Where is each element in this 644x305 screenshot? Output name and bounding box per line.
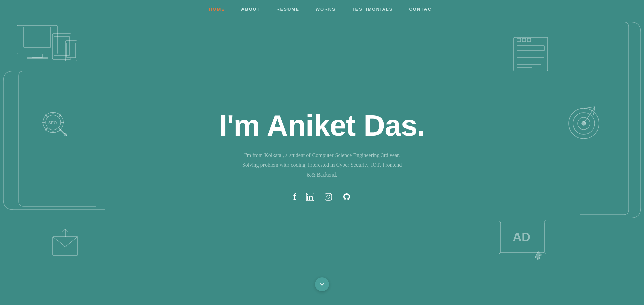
- svg-rect-8: [52, 34, 71, 59]
- target-icon: [566, 105, 603, 142]
- scroll-down-button[interactable]: [315, 277, 329, 291]
- computers-icon: [15, 22, 79, 69]
- svg-point-53: [307, 194, 308, 195]
- hero-title: I'm Aniket Das.: [219, 110, 425, 141]
- svg-rect-52: [307, 196, 308, 200]
- nav-contact[interactable]: CONTACT: [409, 7, 435, 12]
- webpage-icon: [512, 36, 549, 73]
- svg-rect-33: [527, 38, 531, 42]
- svg-line-20: [45, 115, 47, 117]
- svg-rect-54: [325, 193, 332, 200]
- svg-rect-6: [32, 54, 42, 57]
- nav-about[interactable]: ABOUT: [241, 7, 260, 12]
- svg-point-56: [330, 195, 331, 195]
- bottom-right-decoration: [539, 291, 637, 296]
- seo-icon: SEO: [39, 108, 73, 142]
- nav-home[interactable]: HOME: [209, 7, 225, 12]
- svg-rect-5: [24, 27, 51, 47]
- bottom-left-decoration: [7, 291, 105, 296]
- svg-rect-7: [27, 57, 47, 59]
- svg-rect-34: [517, 46, 544, 51]
- nav-resume[interactable]: RESUME: [276, 7, 299, 12]
- github-link[interactable]: [343, 193, 351, 201]
- linkedin-link[interactable]: [306, 193, 314, 201]
- social-links: f: [293, 192, 351, 202]
- svg-text:AD: AD: [513, 230, 530, 244]
- email-icon: [50, 227, 80, 258]
- ad-icon: AD: [499, 220, 553, 261]
- svg-line-23: [45, 128, 47, 130]
- svg-point-55: [327, 195, 330, 198]
- hero-section: HOME ABOUT RESUME WORKS TESTIMONIALS CON…: [0, 0, 644, 305]
- subtitle-part1: I'm from Kolkata , a student of Computer…: [244, 152, 400, 158]
- hero-subtitle: I'm from Kolkata , a student of Computer…: [242, 150, 402, 180]
- svg-line-44: [584, 107, 595, 108]
- hero-content: I'm Aniket Das. I'm from Kolkata , a stu…: [219, 110, 425, 202]
- svg-rect-9: [54, 36, 69, 56]
- svg-rect-4: [17, 25, 58, 54]
- svg-text:SEO: SEO: [48, 121, 57, 125]
- subtitle-part3: && Backend.: [307, 172, 337, 178]
- nav-works[interactable]: WORKS: [316, 7, 336, 12]
- svg-line-22: [59, 115, 61, 117]
- main-nav: HOME ABOUT RESUME WORKS TESTIMONIALS CON…: [0, 0, 644, 18]
- subtitle-part2: Solving problem with coding, interested …: [242, 162, 402, 168]
- svg-line-25: [60, 130, 67, 136]
- facebook-link[interactable]: f: [293, 192, 296, 202]
- svg-rect-32: [522, 38, 526, 42]
- svg-rect-31: [517, 38, 521, 42]
- nav-testimonials[interactable]: TESTIMONIALS: [352, 7, 393, 12]
- instagram-link[interactable]: [324, 193, 332, 201]
